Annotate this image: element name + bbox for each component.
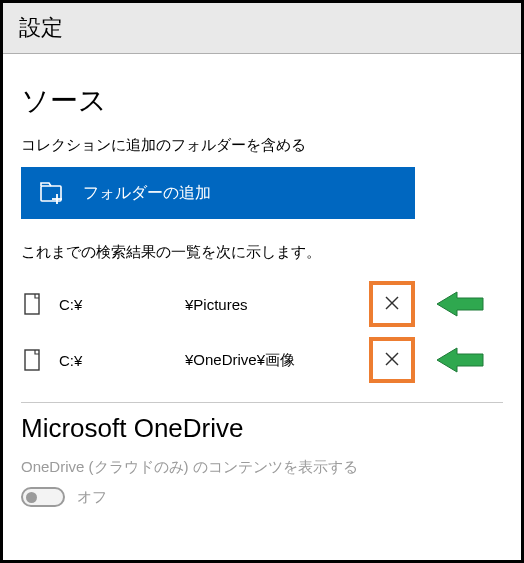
folder-path: ¥OneDrive¥画像	[185, 351, 365, 370]
close-icon	[384, 350, 400, 370]
add-folder-icon	[39, 180, 65, 206]
add-folder-button[interactable]: フォルダーの追加	[21, 167, 415, 219]
annotation-arrow-icon	[435, 288, 485, 320]
svg-rect-7	[25, 350, 39, 370]
onedrive-toggle-row: オフ	[21, 487, 503, 507]
section-divider	[21, 402, 503, 403]
folder-drive: C:¥	[45, 296, 185, 313]
folder-row: C:¥ ¥Pictures	[21, 276, 503, 332]
svg-marker-10	[437, 348, 483, 372]
remove-folder-button[interactable]	[369, 337, 415, 383]
annotation-arrow-icon	[435, 344, 485, 376]
onedrive-heading: Microsoft OneDrive	[21, 413, 503, 444]
folder-drive: C:¥	[45, 352, 185, 369]
svg-marker-6	[437, 292, 483, 316]
close-icon	[384, 294, 400, 314]
folder-icon	[21, 292, 45, 316]
onedrive-toggle-state: オフ	[77, 488, 107, 507]
window-title: 設定	[19, 15, 63, 40]
window-titlebar: 設定	[3, 3, 521, 54]
onedrive-description: OneDrive (クラウドのみ) のコンテンツを表示する	[21, 458, 503, 477]
remove-folder-button[interactable]	[369, 281, 415, 327]
settings-content: ソース コレクションに追加のフォルダーを含める フォルダーの追加 これまでの検索…	[3, 54, 521, 507]
toggle-knob	[26, 492, 37, 503]
folder-path: ¥Pictures	[185, 296, 365, 313]
add-folder-button-label: フォルダーの追加	[83, 183, 211, 204]
folder-icon	[21, 348, 45, 372]
onedrive-toggle[interactable]	[21, 487, 65, 507]
source-heading: ソース	[21, 82, 503, 120]
svg-rect-3	[25, 294, 39, 314]
results-label: これまでの検索結果の一覧を次に示します。	[21, 243, 503, 262]
include-folders-label: コレクションに追加のフォルダーを含める	[21, 136, 503, 155]
folder-row: C:¥ ¥OneDrive¥画像	[21, 332, 503, 388]
